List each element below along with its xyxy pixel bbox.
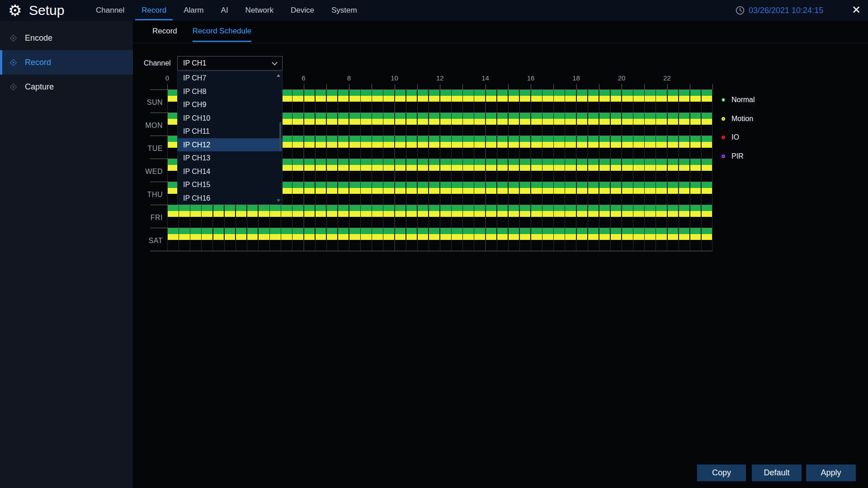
schedule-cell[interactable] (633, 119, 644, 125)
schedule-cell[interactable] (679, 90, 690, 96)
schedule-cell[interactable] (463, 228, 474, 234)
schedule-cell[interactable] (372, 136, 383, 142)
schedule-cell[interactable] (304, 228, 315, 234)
schedule-cell[interactable] (440, 211, 451, 217)
schedule-cell[interactable] (509, 205, 519, 211)
schedule-cell[interactable] (554, 142, 565, 148)
schedule-cell[interactable] (247, 228, 258, 234)
schedule-cell[interactable] (565, 188, 576, 194)
schedule-cell[interactable] (304, 165, 315, 171)
schedule-cell[interactable] (474, 136, 485, 142)
schedule-cell[interactable] (497, 211, 508, 217)
schedule-cell[interactable] (349, 182, 360, 188)
schedule-cell[interactable] (349, 188, 360, 194)
schedule-cell[interactable] (418, 136, 429, 142)
schedule-cell[interactable] (599, 136, 610, 142)
schedule-cell[interactable] (418, 142, 429, 148)
schedule-cell[interactable] (588, 90, 599, 96)
schedule-cell[interactable] (338, 119, 349, 125)
schedule-cell[interactable] (577, 234, 588, 240)
schedule-cell[interactable] (270, 234, 281, 240)
schedule-cell[interactable] (690, 182, 701, 188)
schedule-cell[interactable] (611, 182, 622, 188)
schedule-cell[interactable] (542, 205, 553, 211)
schedule-cell[interactable] (372, 113, 383, 119)
schedule-cell[interactable] (213, 205, 224, 211)
schedule-cell[interactable] (577, 96, 588, 102)
schedule-cell[interactable] (554, 136, 565, 142)
schedule-cell[interactable] (327, 205, 338, 211)
schedule-cell[interactable] (554, 113, 565, 119)
schedule-cell[interactable] (281, 96, 292, 102)
schedule-cell[interactable] (497, 234, 508, 240)
schedule-cell[interactable] (383, 205, 394, 211)
schedule-cell[interactable] (349, 234, 360, 240)
schedule-cell[interactable] (588, 136, 599, 142)
schedule-cell[interactable] (225, 228, 236, 234)
schedule-cell[interactable] (633, 182, 644, 188)
schedule-cell[interactable] (509, 142, 519, 148)
schedule-cell[interactable] (622, 228, 633, 234)
schedule-cell[interactable] (645, 119, 656, 125)
nav-item-alarm[interactable]: Alarm (184, 0, 203, 21)
schedule-cell[interactable] (577, 159, 588, 165)
schedule-cell[interactable] (679, 119, 690, 125)
schedule-cell[interactable] (690, 159, 701, 165)
schedule-cell[interactable] (656, 228, 667, 234)
schedule-cell[interactable] (497, 205, 508, 211)
schedule-cell[interactable] (588, 205, 599, 211)
schedule-cell[interactable] (383, 234, 394, 240)
tab-record-schedule[interactable]: Record Schedule (193, 21, 251, 43)
schedule-cell[interactable] (656, 119, 667, 125)
schedule-cell[interactable] (668, 228, 679, 234)
schedule-cell[interactable] (588, 165, 599, 171)
schedule-cell[interactable] (702, 142, 712, 148)
schedule-cell[interactable] (474, 165, 485, 171)
schedule-cell[interactable] (361, 188, 372, 194)
schedule-cell[interactable] (316, 136, 326, 142)
schedule-cell[interactable] (281, 142, 292, 148)
schedule-cell[interactable] (542, 136, 553, 142)
schedule-cell[interactable] (418, 228, 429, 234)
schedule-cell[interactable] (679, 142, 690, 148)
schedule-cell[interactable] (168, 165, 179, 171)
schedule-cell[interactable] (554, 159, 565, 165)
schedule-cell[interactable] (702, 119, 712, 125)
schedule-cell[interactable] (292, 136, 303, 142)
schedule-cell[interactable] (338, 205, 349, 211)
schedule-cell[interactable] (565, 113, 576, 119)
schedule-cell[interactable] (633, 90, 644, 96)
channel-option[interactable]: IP CH7 (178, 71, 282, 85)
schedule-cell[interactable] (338, 136, 349, 142)
schedule-cell[interactable] (179, 211, 190, 217)
schedule-cell[interactable] (429, 228, 440, 234)
schedule-cell[interactable] (338, 159, 349, 165)
schedule-cell[interactable] (236, 228, 247, 234)
schedule-cell[interactable] (702, 188, 712, 194)
schedule-cell[interactable] (577, 142, 588, 148)
schedule-cell[interactable] (668, 205, 679, 211)
schedule-cell[interactable] (168, 90, 179, 96)
schedule-cell[interactable] (702, 96, 712, 102)
schedule-cell[interactable] (497, 182, 508, 188)
schedule-cell[interactable] (542, 119, 553, 125)
schedule-cell[interactable] (429, 113, 440, 119)
schedule-cell[interactable] (509, 211, 519, 217)
schedule-cell[interactable] (679, 96, 690, 102)
schedule-cell[interactable] (611, 159, 622, 165)
schedule-cell[interactable] (577, 165, 588, 171)
schedule-cell[interactable] (520, 142, 531, 148)
schedule-cell[interactable] (292, 234, 303, 240)
schedule-cell[interactable] (463, 205, 474, 211)
schedule-cell[interactable] (327, 142, 338, 148)
schedule-cell[interactable] (509, 165, 519, 171)
nav-item-system[interactable]: System (331, 0, 357, 21)
schedule-cell[interactable] (281, 182, 292, 188)
schedule-cell[interactable] (542, 234, 553, 240)
schedule-cell[interactable] (656, 165, 667, 171)
schedule-cell[interactable] (316, 113, 326, 119)
schedule-cell[interactable] (349, 159, 360, 165)
schedule-cell[interactable] (316, 188, 326, 194)
schedule-cell[interactable] (281, 165, 292, 171)
schedule-cell[interactable] (633, 136, 644, 142)
